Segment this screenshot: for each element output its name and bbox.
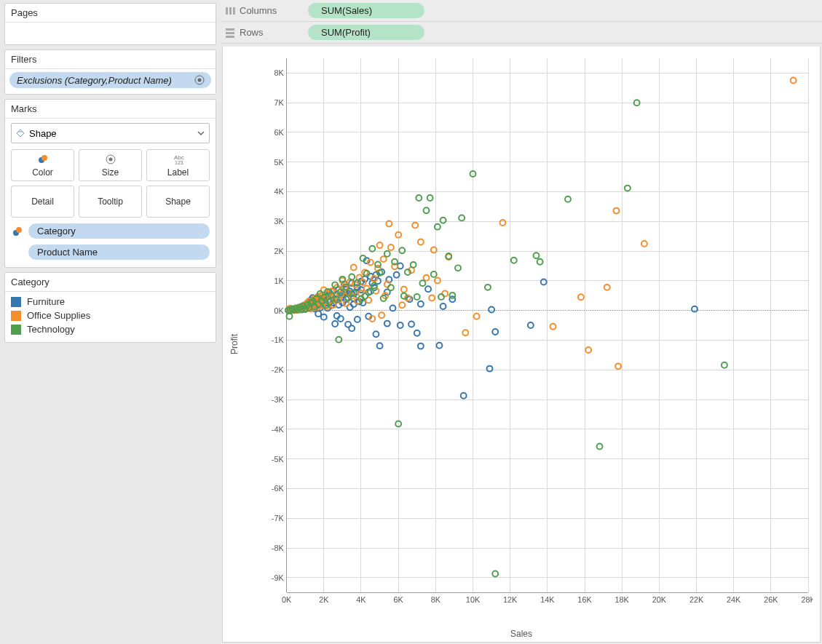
svg-text:-7K: -7K: [272, 514, 285, 522]
marks-color-button[interactable]: Color: [11, 149, 74, 181]
svg-point-9: [16, 227, 22, 233]
data-point[interactable]: [424, 275, 430, 281]
data-point[interactable]: [442, 290, 448, 296]
svg-text:2K: 2K: [274, 247, 284, 255]
svg-text:-3K: -3K: [272, 395, 285, 404]
data-point[interactable]: [722, 362, 727, 368]
data-point[interactable]: [414, 330, 420, 336]
data-point[interactable]: [440, 303, 446, 309]
scatter-plot[interactable]: -9K-8K-7K-6K-5K-4K-3K-2K-1K0K1K2K3K4K5K6…: [266, 54, 813, 610]
data-point[interactable]: [384, 251, 390, 257]
data-point[interactable]: [489, 306, 494, 312]
data-point[interactable]: [499, 220, 505, 226]
data-point[interactable]: [408, 321, 414, 327]
data-point[interactable]: [534, 253, 540, 258]
data-point[interactable]: [424, 207, 430, 213]
data-point[interactable]: [487, 366, 493, 372]
rows-field-profit[interactable]: SUM(Profit): [308, 25, 424, 40]
data-point[interactable]: [379, 312, 384, 318]
data-point[interactable]: [332, 321, 338, 327]
data-point[interactable]: [578, 294, 584, 300]
data-point[interactable]: [345, 322, 351, 327]
data-point[interactable]: [399, 302, 405, 308]
svg-text:24K: 24K: [727, 595, 741, 604]
data-point[interactable]: [427, 195, 433, 201]
data-point[interactable]: [474, 314, 480, 319]
data-point[interactable]: [459, 215, 465, 220]
data-point[interactable]: [440, 218, 446, 223]
data-point[interactable]: [565, 196, 571, 202]
data-point[interactable]: [418, 343, 424, 349]
data-point[interactable]: [615, 363, 621, 369]
data-point[interactable]: [381, 256, 387, 262]
legend-swatch: [11, 311, 21, 321]
data-point[interactable]: [449, 293, 455, 298]
data-point[interactable]: [399, 247, 405, 253]
data-point[interactable]: [375, 261, 381, 267]
columns-field-sales[interactable]: SUM(Sales): [308, 3, 424, 18]
marks-shape-button[interactable]: Shape: [146, 186, 210, 218]
data-point[interactable]: [374, 331, 379, 337]
legend-item[interactable]: Technology: [11, 322, 210, 336]
legend-label: Technology: [27, 324, 75, 335]
data-point[interactable]: [492, 329, 498, 335]
data-point[interactable]: [492, 571, 498, 577]
svg-text:10K: 10K: [466, 595, 481, 604]
data-point[interactable]: [429, 295, 435, 301]
marks-shelf-productname[interactable]: Product Name: [28, 245, 210, 260]
data-point[interactable]: [604, 285, 610, 290]
data-point[interactable]: [355, 317, 360, 322]
data-point[interactable]: [438, 294, 444, 300]
data-point[interactable]: [411, 262, 416, 268]
data-point[interactable]: [377, 343, 383, 349]
svg-text:0K: 0K: [274, 306, 284, 315]
columns-shelf[interactable]: Columns SUM(Sales): [221, 0, 822, 22]
legend-item[interactable]: Office Supplies: [11, 309, 210, 322]
data-point[interactable]: [511, 258, 517, 263]
filter-pill-exclusions[interactable]: Exclusions (Category,Product Name): [9, 72, 211, 88]
pages-body[interactable]: [5, 23, 216, 44]
legend-item[interactable]: Furniture: [11, 295, 210, 309]
data-point[interactable]: [614, 208, 620, 214]
data-point[interactable]: [384, 321, 390, 327]
data-point[interactable]: [461, 393, 467, 399]
marks-size-button[interactable]: Size: [79, 149, 142, 181]
data-point[interactable]: [418, 239, 424, 245]
data-point[interactable]: [388, 285, 394, 290]
data-point[interactable]: [412, 223, 418, 228]
data-point[interactable]: [336, 337, 341, 343]
data-point[interactable]: [462, 330, 468, 335]
mark-type-select[interactable]: Shape: [11, 123, 210, 143]
data-point[interactable]: [425, 286, 431, 292]
data-point[interactable]: [414, 294, 420, 300]
data-point[interactable]: [550, 324, 556, 330]
data-point[interactable]: [377, 242, 383, 248]
data-point[interactable]: [437, 343, 443, 349]
svg-text:28K: 28K: [801, 595, 813, 604]
data-point[interactable]: [528, 322, 534, 328]
pages-panel: Pages: [4, 3, 216, 45]
marks-detail-button[interactable]: Detail: [11, 186, 74, 218]
data-point[interactable]: [597, 444, 603, 450]
rows-shelf[interactable]: Rows SUM(Profit): [221, 22, 822, 44]
data-point[interactable]: [791, 78, 797, 84]
data-point[interactable]: [537, 259, 543, 265]
marks-shelf-category[interactable]: Category: [28, 223, 210, 239]
data-point[interactable]: [541, 279, 547, 285]
data-point[interactable]: [388, 245, 394, 250]
data-point[interactable]: [287, 314, 293, 319]
data-point[interactable]: [418, 301, 424, 307]
data-point[interactable]: [585, 347, 591, 353]
data-point[interactable]: [416, 195, 422, 201]
data-point[interactable]: [401, 287, 407, 293]
legend-title: Category: [5, 273, 216, 292]
marks-label-button[interactable]: Abc123 Label: [146, 149, 210, 181]
data-point[interactable]: [625, 186, 631, 191]
color-icon: [37, 154, 49, 165]
shape-type-icon: [16, 129, 25, 138]
data-point[interactable]: [641, 241, 647, 247]
data-point[interactable]: [351, 265, 357, 271]
marks-tooltip-button[interactable]: Tooltip: [79, 186, 142, 218]
data-point[interactable]: [455, 265, 461, 271]
data-point[interactable]: [485, 285, 491, 290]
